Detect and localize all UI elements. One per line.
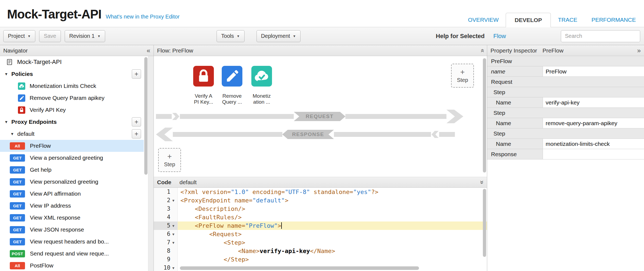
code-text[interactable]: <FaultRules/> (178, 213, 487, 221)
inspector-field-label: Name (487, 97, 543, 107)
add-proxy-endpoints-button[interactable]: + (132, 117, 141, 127)
method-badge: GET (10, 166, 25, 174)
line-number-gutter: 7▾ (154, 238, 178, 247)
add-default-button[interactable]: + (132, 129, 141, 138)
add-step-button-request[interactable]: + Step (451, 64, 474, 88)
inspector-field-value[interactable]: verify-api-key (543, 97, 644, 107)
inspector-field-value[interactable]: monetization-limits-check (543, 139, 644, 149)
code-text[interactable]: <Name>verify-api-key</Name> (178, 247, 487, 255)
navigator-flow-postflow[interactable]: AllPostFlow (0, 260, 144, 271)
code-horizontal-scrollbar[interactable] (180, 266, 419, 270)
code-line-3[interactable]: 3 <Description/> (154, 205, 487, 213)
panel-splitter[interactable] (148, 56, 154, 271)
tab-trace[interactable]: TRACE (551, 13, 584, 27)
code-text[interactable]: <ProxyEndpoint name="default"> (178, 196, 487, 205)
code-line-8[interactable]: 8 <Name>verify-api-key</Name> (154, 247, 487, 255)
help-for-selected-label: Help for Selected (436, 33, 485, 40)
flow-policy-remove-query[interactable]: RemoveQuery ... (216, 66, 248, 105)
line-number-gutter: 10▾ (154, 264, 178, 271)
navigator-scrollbar-track[interactable] (144, 56, 148, 271)
save-button[interactable]: Save (39, 30, 61, 42)
inspector-section-step: Step (487, 108, 644, 118)
code-vertical-scrollbar[interactable] (483, 189, 486, 257)
fold-marker-icon[interactable]: ▾ (170, 238, 176, 247)
navigator-flow-send-request-and-view-reque[interactable]: POSTSend request and view reque... (0, 248, 144, 260)
expand-inspector-icon[interactable]: » (637, 47, 641, 54)
tab-performance[interactable]: PERFORMANCE (584, 13, 643, 27)
inspector-field-label: name (487, 66, 543, 76)
line-number: 6 (167, 230, 170, 238)
triangle-down-icon: ▼ (4, 120, 8, 124)
code-line-9[interactable]: 9 </Step> (154, 255, 487, 264)
navigator-root-mock-target-api[interactable]: Mock-Target-API (0, 56, 144, 68)
code-text[interactable]: <?xml version="1.0" encoding="UTF-8" sta… (178, 188, 487, 196)
flow-canvas-scrollbar[interactable] (483, 58, 486, 173)
inspector-field-value[interactable]: PreFlow (543, 66, 644, 76)
code-line-6[interactable]: 6▾ <Request> (154, 230, 487, 238)
fold-marker-icon[interactable]: ▾ (170, 230, 176, 238)
navigator-section-proxy-endpoints[interactable]: ▼Proxy Endpoints+ (0, 116, 144, 128)
collapse-navigator-icon[interactable]: « (147, 47, 150, 54)
tab-develop[interactable]: DEVELOP (506, 13, 551, 27)
navigator-policy-verify-api-key[interactable]: Verify API Key (0, 104, 144, 116)
navigator-group-default[interactable]: ▼default+ (0, 128, 144, 140)
tools-menu-button[interactable]: Tools ▼ (217, 30, 245, 42)
navigator-flow-view-request-headers-and-bo[interactable]: GETView request headers and bo... (0, 236, 144, 248)
code-text[interactable]: <Step> (178, 238, 487, 247)
navigator-policy-monetization-limits-check[interactable]: Monetization Limits Check (0, 80, 144, 92)
line-number-gutter: 9 (154, 255, 178, 264)
help-flow-link[interactable]: Flow (493, 33, 506, 40)
navigator-flow-view-json-response[interactable]: GETView JSON response (0, 224, 144, 236)
method-badge: GET (10, 226, 25, 233)
navigator-flow-view-api-affirmation[interactable]: GETView API affirmation (0, 188, 144, 200)
search-input[interactable] (561, 30, 640, 42)
flow-policy-label: Verify API Key... (194, 93, 213, 105)
navigator-scrollbar[interactable] (144, 57, 148, 175)
navigator-policy-remove-query-param-apikey[interactable]: Remove Query Param apikey (0, 92, 144, 104)
navigator-flow-preflow[interactable]: AllPreFlow (0, 140, 144, 152)
flow-policy-verify-a-pi-key[interactable]: Verify API Key... (187, 66, 220, 105)
fold-marker-icon[interactable]: ▾ (170, 196, 176, 205)
code-text[interactable]: </Step> (178, 255, 487, 264)
response-label: RESPONSE (282, 130, 334, 139)
code-text[interactable]: <Request> (178, 230, 487, 238)
inspector-field-value[interactable]: remove-query-param-apikey (543, 118, 644, 128)
add-policies-button[interactable]: + (132, 69, 141, 79)
collapse-flow-icon[interactable]: » (479, 49, 485, 52)
code-token: </Name> (310, 248, 335, 254)
code-line-4[interactable]: 4 <FaultRules/> (154, 213, 487, 221)
code-text[interactable]: <PreFlow name="PreFlow"> (178, 221, 487, 230)
code-line-5[interactable]: 5▾ <PreFlow name="PreFlow"> (154, 221, 487, 230)
revision-menu-button[interactable]: Revision 1 ▼ (65, 30, 105, 42)
fold-marker-icon[interactable]: ▾ (170, 221, 176, 230)
code-line-1[interactable]: 1<?xml version="1.0" encoding="UTF-8" st… (154, 188, 487, 196)
nav-row-label: View API affirmation (30, 190, 81, 197)
navigator-flow-view-personalized-greeting[interactable]: GETView personalized greeting (0, 176, 144, 188)
fold-marker-icon[interactable]: ▾ (170, 264, 176, 271)
project-menu-button[interactable]: Project ▼ (3, 30, 35, 42)
navigator-flow-view-ip-address[interactable]: GETView IP address (0, 200, 144, 212)
code-line-2[interactable]: 2▾<ProxyEndpoint name="default"> (154, 196, 487, 205)
code-editor[interactable]: 1<?xml version="1.0" encoding="UTF-8" st… (154, 188, 487, 271)
navigator-flow-get-help[interactable]: GETGet help (0, 164, 144, 176)
flow-policy-monetiz-ation[interactable]: Monetization ... (245, 66, 278, 105)
expand-code-icon[interactable]: » (479, 180, 485, 184)
flow-line-segment (180, 114, 294, 119)
inspector-field-value[interactable] (543, 149, 644, 159)
code-text[interactable]: <Description/> (178, 205, 487, 213)
triangle-down-icon: ▼ (10, 132, 14, 136)
caret-down-icon: ▼ (97, 34, 101, 38)
add-step-button-response[interactable]: + Step (158, 148, 181, 172)
navigator-section-policies[interactable]: ▼Policies+ (0, 68, 144, 80)
code-line-7[interactable]: 7▾ <Step> (154, 238, 487, 247)
tab-overview[interactable]: OVERVIEW (461, 13, 506, 27)
deployment-menu-button[interactable]: Deployment ▼ (257, 30, 301, 42)
navigator-flow-view-xml-response[interactable]: GETView XML response (0, 212, 144, 224)
inspector-title: Property Inspector (490, 47, 537, 54)
method-badge: GET (10, 214, 25, 221)
line-number: 2 (167, 196, 170, 205)
navigator-title: Navigator (3, 47, 28, 54)
whats-new-link[interactable]: What's new in the Proxy Editor (106, 14, 180, 20)
navigator-flow-view-a-personalized-greeting[interactable]: GETView a personalized greeting (0, 152, 144, 164)
method-badge: GET (10, 178, 25, 186)
